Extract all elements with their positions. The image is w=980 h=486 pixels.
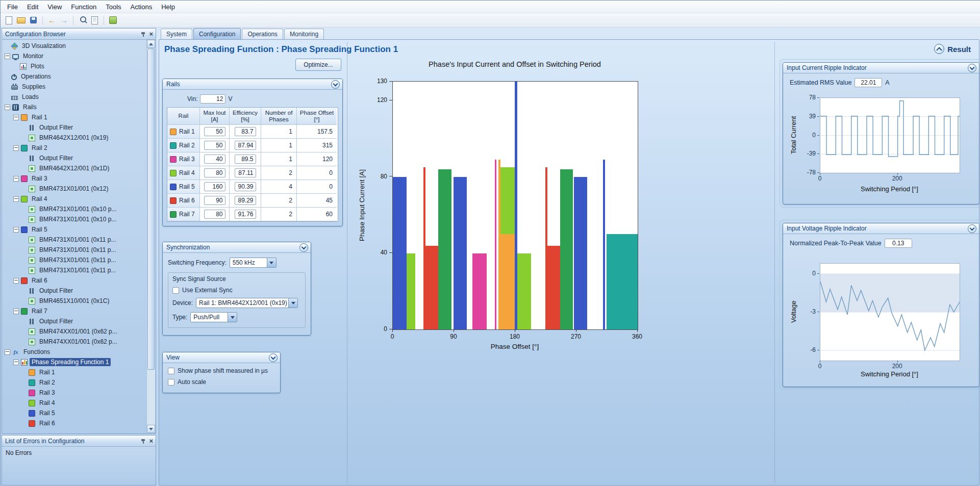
expander-icon[interactable] xyxy=(13,278,19,284)
menu-item-view[interactable]: View xyxy=(43,1,66,13)
max-iout-input[interactable]: 40 xyxy=(204,155,225,164)
tree-item[interactable]: Phase Spreading Function 1 xyxy=(3,357,147,367)
tree-item[interactable]: BMR4642X12/001 (0x19) xyxy=(3,133,147,143)
undo-icon[interactable] xyxy=(46,15,57,25)
tree-item[interactable]: Supplies xyxy=(3,82,147,92)
zoom-icon[interactable] xyxy=(77,15,88,25)
max-iout-input[interactable]: 50 xyxy=(204,127,225,136)
tree-item[interactable]: BMR4651X10/001 (0x1C) xyxy=(3,296,147,306)
close-icon[interactable]: × xyxy=(149,31,153,37)
efficiency-input[interactable]: 83.7 xyxy=(235,127,256,136)
tree-item[interactable]: BMR4731X01/001 (0x11 p... xyxy=(3,245,147,255)
tree-item[interactable]: Rail 7 xyxy=(3,306,147,316)
efficiency-input[interactable]: 87.94 xyxy=(235,141,256,150)
close-icon[interactable]: × xyxy=(149,438,153,444)
tree-item[interactable]: BMR474XX01/001 (0x62 p... xyxy=(3,337,147,347)
use-external-sync-checkbox[interactable] xyxy=(172,287,179,294)
collapse-button[interactable] xyxy=(269,353,278,362)
tree-item[interactable]: BMR4731X01/001 (0x11 p... xyxy=(3,265,147,275)
menu-item-help[interactable]: Help xyxy=(157,1,180,13)
tab-monitoring[interactable]: Monitoring xyxy=(284,29,324,39)
report-icon[interactable] xyxy=(89,15,100,25)
efficiency-input[interactable]: 91.76 xyxy=(235,210,256,219)
dropdown-arrow-icon[interactable] xyxy=(288,298,297,308)
tree-item[interactable]: Monitor xyxy=(3,51,147,61)
tree-item[interactable]: BMR4731X01/001 (0x11 p... xyxy=(3,235,147,245)
dropdown-arrow-icon[interactable] xyxy=(228,313,237,322)
tree-item[interactable]: Operations xyxy=(3,71,147,82)
tree-item[interactable]: Output Filter xyxy=(3,316,147,326)
tree-item[interactable]: Output Filter xyxy=(3,122,147,133)
efficiency-input[interactable]: 90.39 xyxy=(235,182,256,191)
open-icon[interactable] xyxy=(16,15,27,25)
peak-value-box[interactable]: 0.13 xyxy=(885,239,912,248)
tree-item[interactable]: 3D Visualization xyxy=(3,41,147,51)
tree-item[interactable]: Rail 4 xyxy=(3,398,147,408)
max-iout-input[interactable]: 90 xyxy=(204,196,225,205)
tree-item[interactable]: Loads xyxy=(3,92,147,102)
tab-system[interactable]: System xyxy=(161,29,192,39)
expander-icon[interactable] xyxy=(13,196,19,202)
checkbox[interactable] xyxy=(168,368,174,374)
expander-icon[interactable] xyxy=(13,227,19,233)
tree-item[interactable]: Rail 3 xyxy=(3,388,147,398)
vin-input[interactable]: 12 xyxy=(200,94,225,104)
type-select[interactable]: Push/Pull xyxy=(190,312,237,322)
tree-item[interactable]: Rail 5 xyxy=(3,408,147,418)
max-iout-input[interactable]: 80 xyxy=(204,210,225,219)
menu-item-actions[interactable]: Actions xyxy=(126,1,157,13)
collapse-button[interactable] xyxy=(299,243,308,252)
tree-item[interactable]: BMR4731X01/001 (0x10 p... xyxy=(3,214,147,224)
tab-operations[interactable]: Operations xyxy=(242,29,283,39)
dropdown-arrow-icon[interactable] xyxy=(267,258,276,267)
menu-item-edit[interactable]: Edit xyxy=(22,1,43,13)
tree-item[interactable]: BMR4642X12/001 (0x1D) xyxy=(3,163,147,173)
menu-item-function[interactable]: Function xyxy=(66,1,101,13)
tree-item[interactable]: Rail 4 xyxy=(3,194,147,204)
expander-icon[interactable] xyxy=(5,349,10,355)
scroll-up-button[interactable] xyxy=(147,40,155,48)
collapse-button[interactable] xyxy=(968,224,976,233)
menu-item-tools[interactable]: Tools xyxy=(101,1,125,13)
tree-item[interactable]: BMR4731X01/001 (0x10 p... xyxy=(3,204,147,214)
tree-item[interactable]: fxFunctions xyxy=(3,347,147,357)
rms-value-box[interactable]: 22.01 xyxy=(855,78,882,87)
tree-item[interactable]: Rail 6 xyxy=(3,275,147,286)
tree-item[interactable]: BMR4731X01/001 (0x11 p... xyxy=(3,255,147,265)
save-icon[interactable] xyxy=(28,15,39,25)
tree-item[interactable]: Rail 2 xyxy=(3,143,147,153)
tree-item[interactable]: Rail 3 xyxy=(3,173,147,184)
device-select[interactable]: Rail 1: BMR4642X12/001 (0x19) xyxy=(196,298,298,308)
tree-scrollbar[interactable] xyxy=(146,40,155,433)
max-iout-input[interactable]: 50 xyxy=(204,141,225,150)
menu-item-file[interactable]: File xyxy=(3,1,22,13)
efficiency-input[interactable]: 89.5 xyxy=(235,155,256,164)
tree-item[interactable]: Plots xyxy=(3,61,147,71)
new-icon[interactable] xyxy=(4,15,14,25)
pin-icon[interactable] xyxy=(141,31,146,37)
expander-icon[interactable] xyxy=(13,115,19,120)
collapse-button[interactable] xyxy=(968,64,976,72)
scroll-down-button[interactable] xyxy=(147,425,155,433)
pin-icon[interactable] xyxy=(141,438,146,444)
tree-item[interactable]: Rail 6 xyxy=(3,418,147,428)
scroll-thumb[interactable] xyxy=(147,48,155,370)
tree-item[interactable]: Rail 2 xyxy=(3,377,147,388)
tree-item[interactable]: Output Filter xyxy=(3,286,147,296)
efficiency-input[interactable]: 87.11 xyxy=(235,168,256,177)
switching-frequency-select[interactable]: 550 kHz xyxy=(230,258,277,268)
optimize-button[interactable]: Optimize... xyxy=(295,59,341,71)
tree-item[interactable]: BMR474XX01/001 (0x62 p... xyxy=(3,326,147,337)
expander-icon[interactable] xyxy=(5,54,10,59)
tab-configuration[interactable]: Configuration xyxy=(193,28,241,39)
tree-item[interactable]: Output Filter xyxy=(3,153,147,163)
max-iout-input[interactable]: 160 xyxy=(204,182,225,191)
collapse-button[interactable] xyxy=(331,80,340,89)
tree-item[interactable]: Rail 5 xyxy=(3,224,147,235)
result-collapse-button[interactable]: Result xyxy=(934,44,971,54)
export-icon[interactable] xyxy=(108,15,118,25)
efficiency-input[interactable]: 89.29 xyxy=(235,196,256,205)
checkbox[interactable] xyxy=(168,379,174,386)
expander-icon[interactable] xyxy=(13,309,19,314)
tree-item[interactable]: BMR4731X01/001 (0x12) xyxy=(3,184,147,194)
